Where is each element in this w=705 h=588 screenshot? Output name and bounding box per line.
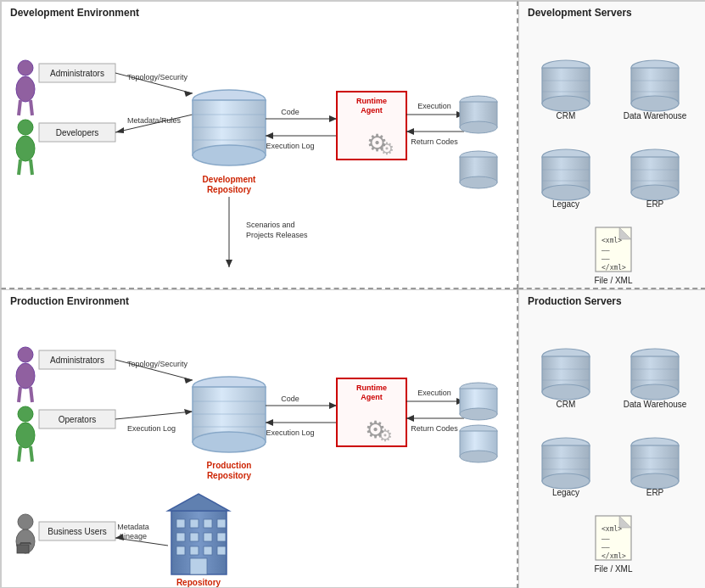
runtime-label-2: Agent [361, 106, 383, 115]
crm-label-prod: CRM [557, 400, 576, 409]
svg-point-35 [460, 451, 497, 462]
prod-environment-quadrant: Production Environment [1, 289, 518, 588]
dev-servers-title: Development Servers [519, 2, 705, 19]
dev-right-db1-bottom [460, 121, 497, 133]
prod-return-label: Return Codes [411, 424, 458, 433]
prod-topology-label: Topology/Security [127, 360, 188, 368]
prod-op-leg1 [19, 446, 20, 462]
svg-point-69 [631, 473, 679, 489]
svg-rect-49 [204, 546, 212, 555]
svg-point-20 [542, 185, 590, 200]
code-label: Code [281, 108, 299, 116]
scenario-label-1: Scenarios and [246, 221, 295, 229]
svg-rect-44 [190, 533, 199, 541]
return-arrow-head [406, 128, 414, 135]
svg-point-5 [16, 136, 35, 161]
xml-tag2-dev: </xml> [601, 264, 626, 272]
exec-log-label: Execution Log [266, 142, 314, 150]
prod-env-diagram: Administrators Operators Topology/Securi… [2, 305, 518, 588]
building-roof [168, 494, 229, 511]
execution-label: Execution [417, 102, 451, 110]
prod-execlog-head [184, 409, 193, 415]
prod-op-label: Operators [59, 415, 96, 424]
biz-users-label: Business Users [48, 527, 106, 536]
svg-rect-39 [176, 519, 185, 528]
svg-point-59 [631, 384, 679, 400]
prod-execlog-line [115, 412, 193, 419]
dev-env-title: Development Environment [2, 2, 517, 19]
prod-execlog2-head [266, 419, 273, 426]
prod-db-bottom [193, 432, 266, 452]
prod-gear-2-icon: ⚙ [378, 426, 393, 445]
prod-admin-label: Administrators [50, 356, 104, 365]
svg-line-7 [31, 160, 32, 175]
prod-admin-leg1 [19, 387, 20, 402]
prod-repo-label-2: Repository [207, 471, 252, 480]
dev-right-db2-bottom [460, 176, 497, 188]
svg-rect-45 [204, 533, 212, 541]
erp-label-dev: ERP [646, 199, 664, 209]
prod-code-head [329, 402, 337, 409]
svg-line-2 [19, 100, 20, 115]
scenario-arrow-head [226, 260, 232, 267]
legacy-label-prod: Legacy [552, 488, 579, 497]
file-xml-label-prod: File / XML [594, 564, 632, 574]
prod-admin-leg2 [31, 387, 32, 402]
admin-person-icon [16, 60, 35, 115]
svg-line-6 [19, 160, 20, 175]
prod-return-head [406, 415, 414, 422]
dev-repo-label-line2: Repository [207, 185, 252, 194]
xml-tag2-prod: </xml> [601, 552, 626, 560]
dw-label-prod: Data Warehouse [624, 400, 687, 409]
svg-rect-43 [176, 533, 185, 541]
svg-point-15 [631, 96, 679, 111]
xml-line1-prod: —— [601, 535, 610, 543]
prod-execution-label: Execution [417, 389, 451, 397]
prod-runtime-label-1: Runtime [356, 384, 387, 392]
svg-point-10 [542, 96, 590, 111]
prod-servers-diagram: CRM Data Warehouse Legacy ERP [519, 305, 705, 588]
biz-user-head [18, 514, 33, 529]
dev-servers-quadrant: Development Servers CRM Data Wa [518, 1, 705, 289]
svg-rect-41 [204, 519, 212, 528]
svg-point-4 [18, 120, 33, 135]
briefcase [17, 545, 29, 553]
main-diagram: Development Environment [0, 0, 705, 588]
metadata-arrow-head [115, 127, 124, 133]
prod-op-head [18, 406, 33, 422]
topology-arrow-head [184, 91, 193, 97]
scenario-label-2: Projects Releases [246, 231, 308, 239]
crm-label-dev: CRM [557, 111, 576, 120]
svg-point-64 [542, 473, 590, 489]
dev-servers-diagram: CRM Data Warehouse Legacy ERP [519, 17, 705, 288]
svg-rect-46 [217, 533, 226, 541]
admin-label: Administrators [50, 69, 104, 78]
runtime-label-1: Runtime [356, 97, 387, 105]
svg-point-1 [16, 76, 35, 102]
svg-rect-40 [190, 519, 199, 528]
topology-label: Topology/Security [127, 73, 188, 81]
file-xml-label-dev: File / XML [594, 276, 632, 285]
prod-runtime-label-2: Agent [361, 393, 383, 401]
svg-point-32 [460, 408, 497, 420]
erp-label-prod: ERP [646, 488, 664, 497]
xml-tag1-dev: <xml> [601, 237, 622, 244]
xml-line1-dev: —— [601, 247, 610, 255]
prod-repo-label-1: Production [207, 461, 252, 470]
xml-line2-prod: —— [601, 544, 610, 552]
dev-person-icon [16, 120, 35, 175]
xml-line2-dev: —— [601, 255, 610, 263]
code-arrow-head [329, 115, 337, 122]
xml-tag1-prod: <xml> [601, 525, 622, 533]
svg-rect-51 [190, 558, 207, 574]
prod-servers-quadrant: Production Servers CRM Data War [518, 289, 705, 588]
prod-op-body [16, 423, 35, 448]
svg-rect-50 [217, 546, 226, 555]
dw-label-dev: Data Warehouse [624, 111, 687, 120]
dev-environment-quadrant: Development Environment [1, 1, 518, 289]
prod-topology-head [184, 378, 193, 384]
dev-repo-label-line1: Development [203, 175, 256, 184]
svg-point-54 [542, 384, 590, 400]
prod-servers-title: Production Servers [519, 290, 705, 307]
legacy-label-dev: Legacy [552, 199, 579, 209]
